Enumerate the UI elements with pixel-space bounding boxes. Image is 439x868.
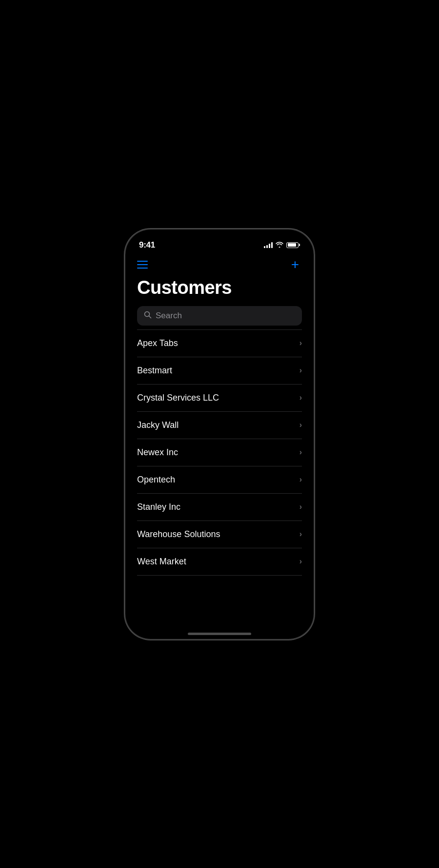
signal-bar-1 bbox=[264, 246, 265, 248]
signal-icon bbox=[264, 242, 273, 248]
menu-button[interactable] bbox=[137, 261, 148, 269]
menu-line-3 bbox=[137, 268, 148, 269]
list-item[interactable]: Opentech› bbox=[137, 466, 302, 494]
header-row: + bbox=[137, 254, 302, 277]
chevron-right-icon: › bbox=[299, 530, 302, 539]
chevron-right-icon: › bbox=[299, 366, 302, 375]
status-icons bbox=[264, 241, 300, 250]
battery-icon bbox=[286, 242, 300, 248]
customer-name: Newex Inc bbox=[137, 447, 178, 458]
customer-name: Jacky Wall bbox=[137, 420, 179, 430]
customer-name: Opentech bbox=[137, 475, 175, 485]
customer-name: Apex Tabs bbox=[137, 338, 178, 348]
svg-line-1 bbox=[149, 316, 151, 318]
list-item[interactable]: Stanley Inc› bbox=[137, 494, 302, 521]
content-area: + Customers Search Apex Tabs›Bestmart›Cr… bbox=[125, 254, 314, 622]
add-customer-button[interactable]: + bbox=[288, 258, 302, 271]
list-item[interactable]: Newex Inc› bbox=[137, 439, 302, 466]
wifi-icon bbox=[276, 241, 283, 250]
customer-list: Apex Tabs›Bestmart›Crystal Services LLC›… bbox=[137, 329, 302, 622]
search-icon bbox=[144, 311, 152, 321]
dynamic-island bbox=[190, 235, 249, 252]
chevron-right-icon: › bbox=[299, 557, 302, 566]
list-item[interactable]: Apex Tabs› bbox=[137, 329, 302, 357]
home-bar bbox=[188, 633, 251, 635]
add-icon: + bbox=[291, 258, 299, 271]
menu-line-2 bbox=[137, 264, 148, 265]
phone-frame: 9:41 bbox=[124, 229, 315, 640]
list-item[interactable]: Bestmart› bbox=[137, 357, 302, 385]
customer-name: Warehouse Solutions bbox=[137, 529, 220, 540]
status-time: 9:41 bbox=[139, 240, 155, 250]
search-placeholder: Search bbox=[156, 311, 182, 321]
chevron-right-icon: › bbox=[299, 475, 302, 484]
chevron-right-icon: › bbox=[299, 502, 302, 511]
chevron-right-icon: › bbox=[299, 421, 302, 429]
page-title: Customers bbox=[137, 277, 302, 298]
customer-name: Stanley Inc bbox=[137, 502, 180, 512]
chevron-right-icon: › bbox=[299, 339, 302, 347]
list-item[interactable]: Crystal Services LLC› bbox=[137, 385, 302, 412]
list-item[interactable]: West Market› bbox=[137, 548, 302, 576]
list-item[interactable]: Warehouse Solutions› bbox=[137, 521, 302, 548]
customer-name: West Market bbox=[137, 557, 186, 567]
customer-name: Crystal Services LLC bbox=[137, 393, 219, 403]
phone-screen: 9:41 bbox=[125, 230, 314, 639]
signal-bar-3 bbox=[269, 244, 270, 248]
search-bar[interactable]: Search bbox=[137, 306, 302, 326]
signal-bar-2 bbox=[266, 245, 268, 248]
menu-line-1 bbox=[137, 261, 148, 262]
customer-name: Bestmart bbox=[137, 366, 172, 376]
signal-bar-4 bbox=[271, 242, 273, 248]
home-indicator bbox=[125, 622, 314, 639]
chevron-right-icon: › bbox=[299, 393, 302, 402]
chevron-right-icon: › bbox=[299, 448, 302, 457]
list-item[interactable]: Jacky Wall› bbox=[137, 412, 302, 439]
